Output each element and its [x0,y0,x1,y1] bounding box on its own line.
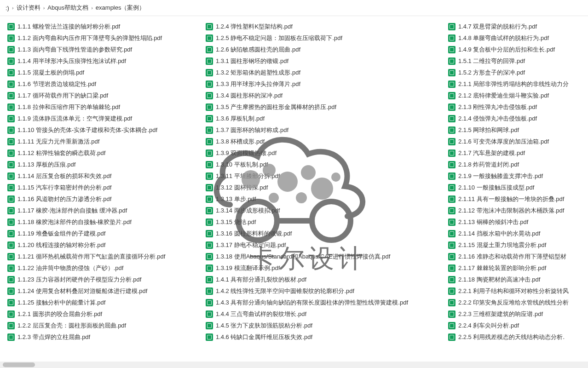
breadcrumb-segment[interactable]: examples（案例） [96,4,145,12]
file-item[interactable]: 2.1.17 棘棘轮装置的影响分析.pdf [448,264,581,272]
file-item[interactable]: 2.1.8 炸药管道封闭.pdf [448,161,581,169]
file-item[interactable]: 1.1.24 使用复合材料叠层对游艇船体进行建模.pdf [7,287,197,295]
file-item[interactable]: 1.4.6 钝缺口金属纤维层压板失效.pdf [206,333,440,341]
file-name: 1.1.22 油井筒中物质的侵蚀（产砂）.pdf [17,264,123,272]
file-item[interactable]: 1.3.16 圆柱形料料的镦锻.pdf [206,230,440,238]
file-item[interactable]: 1.1.6 节理岩质边坡稳定性.pdf [7,80,197,88]
breadcrumb-segment[interactable]: Abqus帮助文档 [47,4,88,12]
file-item[interactable]: 1.3.17 静电不稳定问题.pdf [206,241,440,249]
pdf-file-icon [448,334,455,341]
breadcrumb-segment[interactable]: 设计资料 [17,4,40,12]
file-item[interactable]: 1.3.3 用半球形冲头拉伸薄片.pdf [206,80,440,88]
file-item[interactable]: 2.1.7 汽车悬架的建模.pdf [448,149,581,157]
file-item[interactable]: 1.1.19 堆叠钣金组件的子建模.pdf [7,230,197,238]
file-item[interactable]: 1.1.9 流体静压流体单元：空气弹簧建模.pdf [7,115,197,123]
file-item[interactable]: 1.1.13 厚板的压痕.pdf [7,161,197,169]
file-item[interactable]: 1.3.15 烧结.pdf [206,218,440,226]
file-item[interactable]: 1.3.9 双面模锻热镦.pdf [206,149,440,157]
pdf-file-icon [206,46,213,53]
file-item[interactable]: 1.3.19 模流翻译示例.pdf [206,264,440,272]
pdf-file-icon [206,242,213,249]
file-item[interactable]: 1.4.3 具有部分通向轴向缺陷的有限长度圆柱体的弹性塑性线弹簧建模.pdf [206,299,440,307]
file-name: 1.1.18 橡胶泡沫部件的自接触-橡胶垫片.pdf [17,218,132,226]
file-item[interactable]: 1.4.9 复合板中分层的后扣和生长.pdf [448,46,581,54]
file-item[interactable]: 2.1.5 网球拍和网球.pdf [448,126,581,134]
pdf-file-icon [7,242,15,249]
breadcrumb-segment[interactable]: :) [6,5,9,12]
file-item[interactable]: 1.1.12 粘弹性轴套的瞬态载荷.pdf [7,149,197,157]
file-item[interactable]: 2.2.1 利用子结构和循环对称性分析旋转风 [448,287,581,295]
file-item[interactable]: 1.3.6 厚板轧制.pdf [206,115,440,123]
file-item[interactable]: 1.3.4 圆柱形杯的深冲.pdf [206,92,440,100]
file-item[interactable]: 1.2.3 带点焊的立柱屈曲.pdf [7,333,197,341]
file-item[interactable]: 1.3.8 杯槽成形.pdf [206,138,440,146]
file-item[interactable]: 1.1.18 橡胶泡沫部件的自接触-橡胶垫片.pdf [7,218,197,226]
file-name: 2.1.6 可变壳体厚度的加压油箱.pdf [458,138,549,146]
file-item[interactable]: 1.3.14 两步成形模拟.pdf [206,207,440,215]
file-item[interactable]: 2.1.4 侵蚀弹丸冲击侵蚀板.pdf [448,115,581,123]
file-item[interactable]: 1.1.2 面内弯曲和内压作用下薄壁弯头的弹塑性塌陷.pdf [7,34,197,42]
file-item[interactable]: 1.4.5 张力下皮肤加强筋脱粘分析.pdf [206,322,440,330]
file-item[interactable]: 1.1.17 橡胶-泡沫部件的自接触 缓冲器.pdf [7,207,197,215]
file-item[interactable]: 1.4.8 单腿弯曲试样的脱粘行为.pdf [448,34,581,42]
file-item[interactable]: 1.1.7 循环荷载作用下的缺口梁.pdf [7,92,197,100]
file-item[interactable]: 2.1.13 铜棒的倾斜冲击.pdf [448,218,581,226]
file-item[interactable]: 1.2.6 缺陷敏感圆柱壳的屈曲.pdf [206,46,440,54]
file-item[interactable]: 1.1.16 风道吻封的压力渗透分析.pdf [7,195,197,203]
file-item[interactable]: 1.1.10 管接头的壳体-实体子建模和壳体-实体耦合.pdf [7,126,197,134]
file-item[interactable]: 1.4.1 具有部分通孔裂纹的板材.pdf [206,276,440,284]
file-item[interactable]: 1.1.1 螺栓管法兰连接的轴对称分析.pdf [7,23,197,31]
file-item[interactable]: 2.2.4 刹车尖叫分析.pdf [448,322,581,330]
pdf-file-icon [206,288,213,295]
file-item[interactable]: 2.1.12 带泡沫冲击限制器的木桶跌落.pdf [448,207,581,215]
file-item[interactable]: 2.2.5 利用残差模态的天线结构动态分析. [448,333,581,341]
file-item[interactable]: 1.2.5 静电不稳定问题：加固板在压缩载荷下.pdf [206,34,440,42]
file-item[interactable]: 2.1.6 可变壳体厚度的加压油箱.pdf [448,138,581,146]
file-item[interactable]: 1.3.11 平坦膝部分拆.pdf [206,172,440,180]
file-item[interactable]: 2.1.11 具有一般接触的一堆块的折叠.pdf [448,195,581,203]
file-item[interactable]: 1.1.23 压力容器封闭硬件的子模型应力分析.pdf [7,276,197,284]
horizontal-scrollbar[interactable] [0,362,588,368]
file-item[interactable]: 1.1.14 层压复合板的损坏和失效.pdf [7,172,197,180]
file-item[interactable]: 1.4.2 线性弹性无限半空间中圆锥裂纹的轮廓积分.pdf [206,287,440,295]
file-item[interactable]: 2.1.2 底特律爱迪生烟斗鞭实验.pdf [448,92,581,100]
file-item[interactable]: 2.1.18 陶瓷靶材的高速冲击.pdf [448,276,581,284]
file-item[interactable]: 1.3.5 产生摩擦热的圆柱形金属棒材的挤压.pdf [206,103,440,111]
file-item[interactable]: 1.3.2 矩形箱体的超塑性成形.pdf [206,69,440,77]
file-item[interactable]: 1.1.20 线程连接的轴对称分析.pdf [7,241,197,249]
pdf-file-icon [448,80,455,88]
file-item[interactable]: 1.4.4 三点弯曲试样的裂纹增长.pdf [206,310,440,318]
file-item[interactable]: 2.1.9 一般接触膝盖支撑冲击.pdf [448,172,581,180]
file-item[interactable]: 2.1.3 刚性弹丸冲击侵蚀板.pdf [448,103,581,111]
file-item[interactable]: 1.2.4 弹性塑料K型架结构.pdf [206,23,440,31]
file-item[interactable]: 1.2.1 圆形拱的咬合屈曲分析.pdf [7,310,197,318]
file-item[interactable]: 1.4.7 双悬臂梁的脱粘行为.pdf [448,23,581,31]
file-item[interactable]: 1.1.8 拉伸和压缩作用下的单轴棘轮.pdf [7,103,197,111]
file-item[interactable]: 1.1.15 汽车行李箱密封件的分析.pdf [7,184,197,192]
file-item[interactable]: 2.1.15 混凝土重力坝地震分析.pdf [448,241,581,249]
file-item[interactable]: 1.3.18 使用Abaqus/Standard和Abaqus/CAE进行惯性焊… [206,253,440,261]
file-item[interactable]: 1.1.22 油井筒中物质的侵蚀（产砂）.pdf [7,264,197,272]
file-item[interactable]: 2.1.14 挡板水箱中的水晃动.pdf [448,230,581,238]
file-item[interactable]: 1.3.1 圆柱形钢坯的镦锻.pdf [206,57,440,65]
file-item[interactable]: 1.1.11 无应力元件重新激活.pdf [7,138,197,146]
file-item[interactable]: 1.5.2 方形盒子的深冲.pdf [448,69,581,77]
file-item[interactable]: 2.2.3 三维框架建筑的响应谱.pdf [448,310,581,318]
file-item[interactable]: 1.1.4 用半球形冲头压痕弹性泡沫试样.pdf [7,57,197,65]
file-item[interactable]: 1.1.5 混凝土板的倒塌.pdf [7,69,197,77]
file-item[interactable]: 1.1.21 循环热机械载荷作用下气缸盖的直接循环分析.pdf [7,253,197,261]
file-item[interactable]: 1.3.13 单步.pdf [206,195,440,203]
file-item[interactable]: 1.3.7 圆形杯的轴对称成.pdf [206,126,440,134]
file-item[interactable]: 1.1.25 接触分析中的能量计算.pdf [7,299,197,307]
file-item[interactable]: 1.1.3 面内弯曲下线弹性管道的参数研究.pdf [7,46,197,54]
file-item[interactable]: 1.5.1 二维拉弯的回弹.pdf [448,57,581,65]
scrollbar-thumb[interactable] [3,362,35,367]
file-item[interactable]: 1.2.2 层压复合壳：圆柱形面板的屈曲.pdf [7,322,197,330]
file-item[interactable]: 2.2.2 印第安角反应堆给水管线的线性分析 [448,299,581,307]
pdf-file-icon [7,334,15,341]
file-item[interactable]: 2.1.16 准静态和动载荷作用下薄壁铝型材 [448,253,581,261]
file-item[interactable]: 2.1.10 一般接触压接成型.pdf [448,184,581,192]
file-item[interactable]: 2.1.1 局部非弹性坍塌结构的非线性动力分 [448,80,581,88]
file-item[interactable]: 1.3.12 圆杯拉深.pdf [206,184,440,192]
file-item[interactable]: 1.3.10 平板轧制.pdf [206,161,440,169]
